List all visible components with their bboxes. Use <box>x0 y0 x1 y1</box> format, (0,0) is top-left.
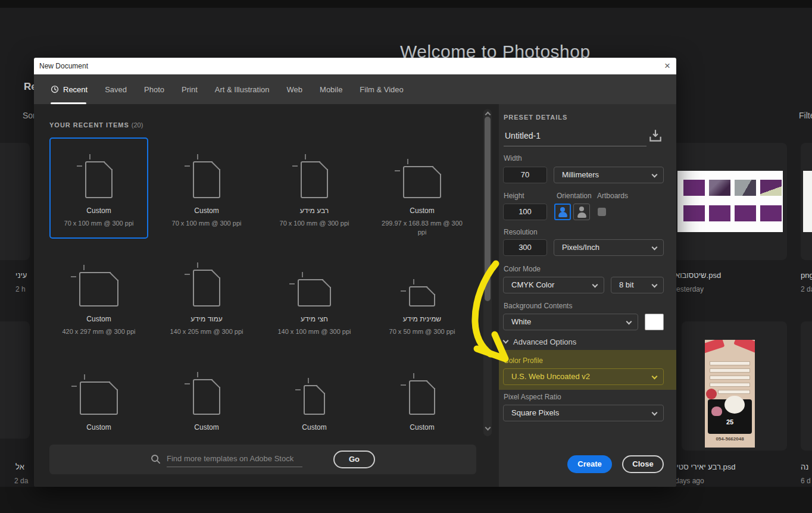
template-tile[interactable]: Custom 299.97 x 168.83 mm @ 300 ppi <box>373 137 471 239</box>
width-input[interactable]: 70 <box>503 167 547 183</box>
go-button[interactable]: Go <box>333 451 375 468</box>
artboards-checkbox[interactable] <box>598 208 606 216</box>
document-icon <box>409 286 435 306</box>
chevron-down-icon <box>503 338 509 344</box>
section-count: (20) <box>132 121 143 129</box>
tab-art-illustration[interactable]: Art & Illustration <box>215 85 270 94</box>
template-tile[interactable]: Custom <box>373 354 471 455</box>
background-contents-value: White <box>511 317 531 326</box>
template-tile[interactable]: Custom <box>265 354 364 455</box>
search-input[interactable] <box>167 451 302 467</box>
chevron-down-icon <box>652 172 658 178</box>
pixel-aspect-ratio-dropdown[interactable]: Square Pixels <box>503 405 664 421</box>
color-profile-value: U.S. Web Uncoated v2 <box>511 372 590 381</box>
background-color-swatch[interactable] <box>645 314 664 330</box>
recent-file-card[interactable] <box>801 321 812 451</box>
width-unit-dropdown[interactable]: Millimeters <box>554 167 664 183</box>
bit-depth-value: 8 bit <box>619 280 634 289</box>
bit-depth-dropdown[interactable]: 8 bit <box>611 277 664 293</box>
chevron-down-icon <box>652 282 658 288</box>
thumbnail-sliver <box>803 171 812 232</box>
tab-saved[interactable]: Saved <box>105 85 127 94</box>
chevron-down-icon <box>652 245 658 251</box>
template-tile[interactable]: Custom <box>157 354 256 455</box>
tab-label: Recent <box>63 85 88 94</box>
tab-label: Print <box>182 85 198 94</box>
tab-web[interactable]: Web <box>287 85 303 94</box>
template-tile[interactable]: שמינית מידע 70 x 50 mm @ 300 ppi <box>373 246 471 347</box>
template-tile[interactable]: רבע מידע 70 x 100 mm @ 300 ppi <box>265 137 364 239</box>
tile-dims: 420 x 297 mm @ 300 ppi <box>54 327 143 336</box>
width-unit-value: Millimeters <box>562 170 599 179</box>
template-tile[interactable]: עמוד מידע 140 x 205 mm @ 300 ppi <box>157 246 256 347</box>
tile-dims: 299.97 x 168.83 mm @ 300 ppi <box>377 219 467 237</box>
artboards-thumbnail[interactable] <box>677 171 783 232</box>
orientation-landscape-button[interactable] <box>573 204 590 220</box>
tile-name: Custom <box>410 423 434 431</box>
hat-illustration <box>711 406 722 416</box>
tab-photo[interactable]: Photo <box>144 85 164 94</box>
flyer-phone: 054-5662048 <box>705 436 755 442</box>
document-icon <box>193 379 220 415</box>
recent-file-card[interactable] <box>0 321 30 439</box>
tab-recent[interactable]: Recent <box>51 85 88 94</box>
close-icon[interactable]: × <box>664 60 670 73</box>
document-name-field[interactable]: Untitled-1 <box>505 131 541 140</box>
recent-file-card[interactable] <box>0 143 30 260</box>
tab-label: Film & Video <box>360 85 403 94</box>
document-icon <box>193 161 220 198</box>
close-button[interactable]: Close <box>622 455 664 473</box>
resolution-input[interactable]: 300 <box>503 239 547 256</box>
file-meta: 2 da <box>14 477 28 485</box>
filter-label-clipped: Filter <box>799 111 812 120</box>
create-button[interactable]: Create <box>567 455 612 473</box>
dialog-tabbar: Recent Saved Photo Print Art & Illustrat… <box>34 74 676 104</box>
artboards-label: Artboards <box>597 192 628 200</box>
file-name: אל <box>15 462 24 471</box>
document-icon <box>193 270 220 306</box>
flyer-thumbnail[interactable]: 25 054-5662048 <box>705 340 755 448</box>
tab-print[interactable]: Print <box>182 85 198 94</box>
tab-mobile[interactable]: Mobile <box>320 85 342 94</box>
search-icon <box>151 454 161 464</box>
tab-label: Mobile <box>320 85 342 94</box>
dialog-title: New Document <box>39 62 88 70</box>
height-input[interactable]: 100 <box>503 204 547 220</box>
template-tile[interactable]: Custom 420 x 297 mm @ 300 ppi <box>49 246 148 347</box>
clock-icon <box>51 85 59 93</box>
orientation-portrait-button[interactable] <box>554 204 571 220</box>
template-tile[interactable]: Custom 70 x 100 mm @ 300 ppi <box>157 137 256 239</box>
save-preset-icon[interactable] <box>648 128 664 145</box>
preset-heading: PRESET DETAILS <box>504 114 567 121</box>
file-name: עיני <box>15 271 27 280</box>
tile-name: שמינית מידע <box>403 315 441 323</box>
template-tile-selected[interactable]: Custom 70 x 100 mm @ 300 ppi <box>49 137 148 239</box>
height-label: Height <box>504 192 524 200</box>
color-mode-label: Color Mode <box>504 265 541 273</box>
tile-dims: 70 x 100 mm @ 300 ppi <box>270 219 359 228</box>
background-contents-dropdown[interactable]: White <box>503 314 638 330</box>
tab-label: Web <box>287 85 303 94</box>
tile-name: Custom <box>86 315 111 323</box>
template-tile[interactable]: Custom <box>49 354 148 455</box>
document-icon <box>298 279 331 306</box>
color-mode-dropdown[interactable]: CMYK Color <box>503 277 604 293</box>
flyer-discount: 25 <box>708 418 752 426</box>
templates-scrollbar-thumb[interactable] <box>485 117 491 301</box>
color-profile-dropdown[interactable]: U.S. Web Uncoated v2 <box>503 368 664 385</box>
tile-dims: 140 x 205 mm @ 300 ppi <box>162 327 251 336</box>
tab-film-video[interactable]: Film & Video <box>360 85 403 94</box>
file-name: png <box>801 271 812 280</box>
file-meta: 2 da <box>801 285 812 293</box>
background-contents-label: Background Contents <box>504 302 572 310</box>
resolution-unit-dropdown[interactable]: Pixels/Inch <box>554 239 664 256</box>
orientation-label: Orientation <box>557 192 592 200</box>
chevron-down-icon <box>652 410 658 416</box>
document-icon <box>79 272 118 306</box>
file-meta: 2 h <box>15 285 26 293</box>
section-title: YOUR RECENT ITEMS (20) <box>49 121 143 129</box>
advanced-options-toggle[interactable]: Advanced Options <box>504 337 576 346</box>
color-mode-value: CMYK Color <box>511 280 554 289</box>
tile-name: Custom <box>86 423 111 431</box>
template-tile[interactable]: חצי מידע 140 x 100 mm @ 300 ppi <box>265 246 364 347</box>
